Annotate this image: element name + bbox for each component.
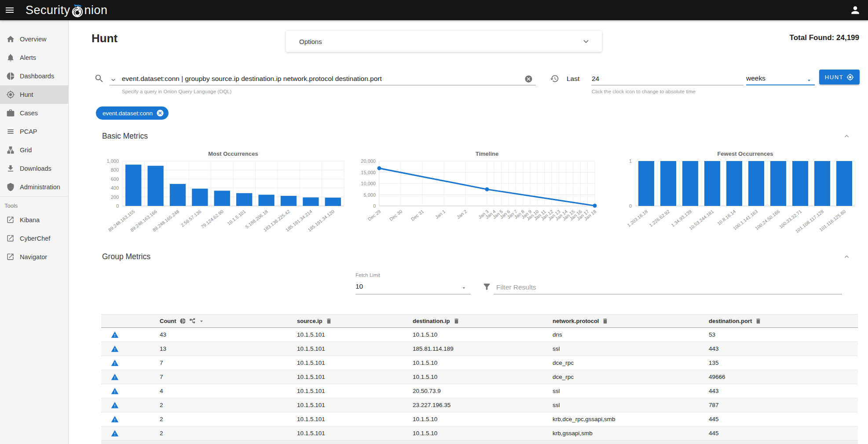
trash-icon-button[interactable] [755, 318, 762, 324]
trash-icon-button[interactable] [326, 318, 332, 324]
cell-network-protocol: ssl [553, 345, 709, 352]
units-caret-down-icon[interactable] [806, 77, 812, 84]
cell-network-protocol: krb,gssapi,smb [553, 430, 709, 437]
table-row[interactable]: 210.1.5.10110.1.5.10krb,gssapi,smb445 [101, 426, 858, 440]
bar-183-136-225-42[interactable] [281, 196, 297, 206]
basic-metrics-collapse-chevron-up-icon[interactable] [843, 132, 850, 140]
sidebar-item-overview[interactable]: Overview [0, 30, 68, 48]
bar-100-33-32-71[interactable] [792, 161, 808, 206]
sidebar-item-dashboards[interactable]: Dashboards [0, 67, 68, 85]
table-row[interactable]: 4310.1.5.10110.1.5.10dns53 [101, 328, 858, 342]
column-header-destination-port[interactable]: destination.port [709, 318, 858, 324]
bar-101-116-125-80[interactable] [836, 161, 852, 206]
bar-10-53-244-181[interactable] [704, 161, 720, 206]
table-row[interactable]: 1310.1.5.101185.81.114.189ssl443 [101, 342, 858, 356]
table-row[interactable]: 710.1.5.10110.1.5.10dce_rpc135 [101, 356, 858, 370]
fetch-limit-select[interactable]: 10 [355, 283, 363, 290]
cell-count: 7 [160, 374, 297, 380]
bar-2-56-57-136[interactable] [192, 189, 208, 206]
sidebar-tool-navigator[interactable]: Navigator [0, 248, 68, 266]
bar-5-188-206-18[interactable] [258, 195, 274, 206]
filter-results-input[interactable] [496, 282, 839, 293]
cell-destination-ip: 20.50.73.9 [413, 388, 553, 394]
duration-input[interactable] [592, 73, 741, 84]
chevron-down-icon[interactable] [582, 37, 590, 46]
column-label: destination.ip [413, 318, 450, 324]
table-row[interactable]: 710.1.5.10110.1.5.10dce_rpc49666 [101, 370, 858, 384]
row-expand-warning-icon[interactable] [101, 331, 160, 339]
warning-icon [111, 387, 119, 395]
user-avatar-icon[interactable] [850, 4, 861, 16]
tools-section-header: Tools [0, 197, 68, 211]
sidebar-tool-kibana[interactable]: Kibana [0, 211, 68, 229]
trash-icon-button[interactable] [453, 318, 460, 324]
bar-89-248-163-166[interactable] [147, 166, 163, 206]
pie-chart-icon-button[interactable] [179, 318, 186, 324]
bar-1-34-93-139[interactable] [682, 161, 698, 206]
bar-100-1-141-163[interactable] [748, 161, 764, 206]
point-jan-3[interactable] [485, 187, 489, 191]
sidebar-item-hunt[interactable]: Hunt [0, 85, 68, 104]
bar-100-24-50-186[interactable] [770, 161, 786, 206]
svg-text:0: 0 [629, 203, 632, 209]
caret-down-icon-button[interactable] [199, 319, 204, 324]
query-input[interactable] [122, 73, 520, 84]
bar-10-8-16-14[interactable] [726, 161, 742, 206]
fetch-limit-caret-down-icon[interactable] [461, 285, 467, 291]
row-expand-warning-icon[interactable] [101, 387, 160, 395]
column-header-network-protocol[interactable]: network.protocol [553, 318, 709, 324]
bar-185-191-34-120[interactable] [325, 198, 341, 206]
cell-network-protocol: krb,dce_rpc,gssapi,smb [553, 416, 709, 422]
trash-icon [755, 318, 762, 324]
cell-source-ip: 10.1.5.101 [297, 402, 413, 408]
bar-10-1-5-101[interactable] [236, 193, 252, 206]
sidebar-item-alerts[interactable]: Alerts [0, 48, 68, 67]
svg-text:Dec 31: Dec 31 [410, 209, 425, 222]
sidebar-item-downloads[interactable]: Downloads [0, 159, 68, 178]
bar-89-248-165-248[interactable] [170, 184, 186, 206]
query-underline [110, 85, 536, 85]
bar-1-203-16-18[interactable] [638, 161, 654, 206]
row-expand-warning-icon[interactable] [101, 401, 160, 409]
table-row[interactable]: 210.1.5.10110.1.5.10krb,dce_rpc,gssapi,s… [101, 412, 858, 426]
graph-icon-button[interactable] [189, 318, 196, 324]
bar-185-191-34-214[interactable] [303, 198, 319, 206]
svg-text:Most Occurrences: Most Occurrences [208, 150, 258, 157]
clear-query-icon[interactable] [524, 75, 533, 83]
external-link-icon [6, 253, 15, 261]
history-clock-icon[interactable] [550, 74, 559, 83]
query-dropdown-chevron-icon[interactable] [110, 77, 117, 83]
column-header-destination-ip[interactable]: destination.ip [413, 318, 553, 324]
row-expand-warning-icon[interactable] [101, 415, 160, 423]
table-row[interactable]: 410.1.5.10120.50.73.9ssl443 [101, 384, 858, 398]
sidebar-item-administration[interactable]: Administration [0, 178, 68, 196]
filter-chip[interactable]: event.dataset:conn [96, 106, 168, 120]
menu-icon[interactable] [0, 0, 19, 20]
svg-text:10.1.5.101: 10.1.5.101 [226, 209, 247, 226]
point-dec-29[interactable] [377, 166, 381, 170]
row-expand-warning-icon[interactable] [101, 345, 160, 353]
svg-text:10.8.16.14: 10.8.16.14 [716, 209, 737, 226]
options-panel[interactable]: Options [286, 31, 602, 52]
bar-89-248-163-155[interactable] [125, 165, 141, 206]
trash-icon-button[interactable] [602, 318, 608, 324]
column-header-source-ip[interactable]: source.ip [297, 318, 413, 324]
sidebar-item-pcap[interactable]: PCAP [0, 122, 68, 141]
bar-1-226-62-92[interactable] [660, 161, 676, 206]
bar-101-108-117-128[interactable] [814, 161, 830, 206]
units-select[interactable]: weeks [746, 74, 815, 82]
sidebar-item-cases[interactable]: Cases [0, 104, 68, 122]
chip-remove-icon[interactable] [156, 109, 164, 117]
hunt-button[interactable]: HUNT [819, 70, 860, 84]
point-jan-18[interactable] [593, 204, 597, 208]
row-expand-warning-icon[interactable] [101, 359, 160, 367]
column-header-count[interactable]: Count [160, 318, 297, 324]
sidebar-item-grid[interactable]: Grid [0, 141, 68, 159]
row-expand-warning-icon[interactable] [101, 429, 160, 437]
sidebar-tool-cyberchef[interactable]: CyberChef [0, 229, 68, 248]
table-row[interactable]: 210.1.5.10123.227.196.35ssl787 [101, 398, 858, 412]
bar-79-124-62-90[interactable] [214, 191, 230, 206]
group-metrics-collapse-chevron-up-icon[interactable] [843, 253, 850, 261]
svg-text:0: 0 [373, 203, 376, 209]
row-expand-warning-icon[interactable] [101, 373, 160, 381]
